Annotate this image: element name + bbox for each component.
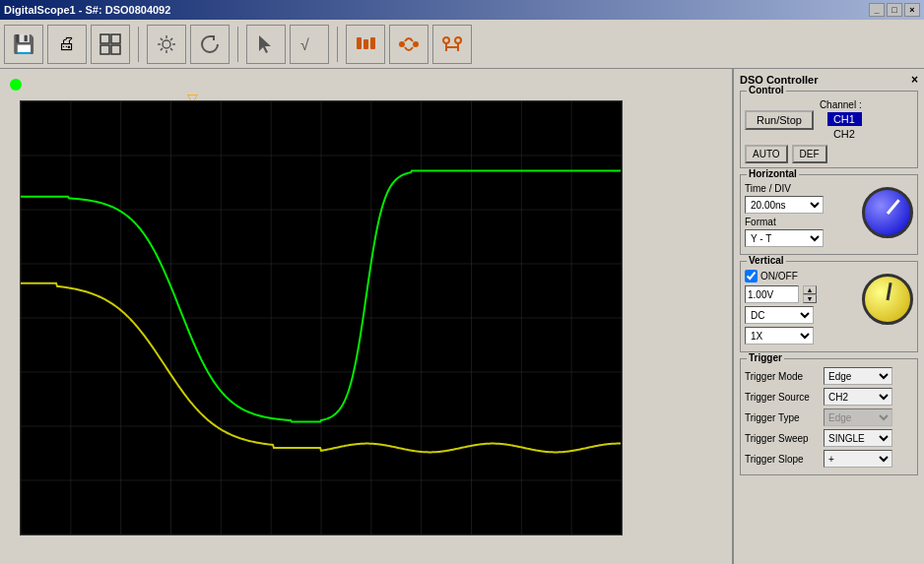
svg-rect-1 (111, 34, 120, 43)
svg-point-13 (443, 37, 449, 43)
horizontal-label: Horizontal (747, 168, 799, 179)
trig-type-select: Edge (824, 408, 892, 426)
trigger-label-section: Trigger (747, 352, 784, 363)
green-status-dot (10, 79, 22, 91)
svg-point-11 (399, 41, 405, 47)
time-div-label: Time / DIV (745, 183, 858, 194)
layout-btn[interactable] (91, 25, 130, 64)
format-row: Y - T X - Y (745, 229, 858, 247)
trig-source-row: Trigger Source CH1 CH2 EXT (745, 388, 913, 406)
refresh-btn[interactable] (190, 25, 230, 64)
trigger-section: Trigger Trigger Mode Edge Pulse Video Sl… (740, 358, 918, 475)
dso-panel: DSO Controller × Control Run/Stop Channe… (732, 69, 924, 564)
vertical-knob[interactable] (862, 274, 913, 325)
svg-rect-0 (100, 34, 109, 43)
trigger-content: Trigger Mode Edge Pulse Video Slope Trig… (745, 367, 913, 468)
trig-mode-select[interactable]: Edge Pulse Video Slope (824, 367, 892, 385)
toolbar: 💾 🖨 √ (0, 20, 924, 69)
extra-btn[interactable] (432, 25, 472, 64)
channel-ch1[interactable]: CH1 (827, 112, 862, 126)
save-btn[interactable]: 💾 (4, 25, 43, 64)
horizontal-content: Time / DIV 20.00ns 5.00ns 10.00ns 50.00n… (745, 183, 913, 250)
trig-type-row: Trigger Type Edge (745, 408, 913, 426)
cursor-btn[interactable] (246, 25, 286, 64)
volt-down-btn[interactable]: ▼ (803, 294, 817, 303)
svg-rect-9 (363, 39, 368, 49)
channel-ch2[interactable]: CH2 (827, 127, 862, 141)
vert-controls: ON/OFF ▲ ▼ DC AC (745, 270, 858, 347)
connect-btn[interactable] (389, 25, 429, 64)
toolbar-sep3 (337, 27, 338, 62)
onoff-row: ON/OFF (745, 270, 858, 282)
channel-area: Channel : CH1 CH2 (820, 99, 862, 141)
coupling-row: DC AC GND (745, 306, 858, 324)
vertical-label: Vertical (747, 255, 786, 266)
volt-input[interactable] (745, 285, 799, 303)
trig-sweep-row: Trigger Sweep AUTO NORMAL SINGLE (745, 429, 913, 447)
svg-point-4 (163, 40, 170, 48)
svg-rect-2 (100, 45, 109, 54)
trig-source-label: Trigger Source (745, 392, 824, 403)
trig-slope-select[interactable]: + - (824, 450, 892, 468)
onoff-label: ON/OFF (760, 271, 798, 282)
volt-spinbox: ▲ ▼ (803, 285, 817, 303)
format-select[interactable]: Y - T X - Y (745, 229, 824, 247)
coupling-select[interactable]: DC AC GND (745, 306, 814, 324)
panel-close-btn[interactable]: × (911, 73, 918, 87)
maximize-btn[interactable]: □ (887, 3, 902, 17)
svg-point-12 (413, 41, 419, 47)
svg-marker-5 (259, 35, 271, 53)
title-bar: DigitalScope1 - S#: DSO0804092 _ □ × (0, 0, 924, 20)
window-title: DigitalScope1 - S#: DSO0804092 (4, 4, 170, 16)
vertical-section: Vertical ON/OFF ▲ ▼ (740, 261, 918, 352)
control-label: Control (747, 85, 786, 95)
probe-select[interactable]: 1X 10X 100X (745, 327, 814, 345)
svg-rect-3 (111, 45, 120, 54)
svg-rect-7 (357, 41, 362, 49)
volt-row: ▲ ▼ (745, 285, 858, 303)
svg-text:√: √ (300, 36, 309, 53)
onoff-checkbox[interactable] (745, 270, 758, 282)
svg-rect-10 (370, 37, 375, 49)
trig-slope-row: Trigger Slope + - (745, 450, 913, 468)
math-btn[interactable]: √ (290, 25, 329, 64)
time-row: 20.00ns 5.00ns 10.00ns 50.00ns 100.00ns (745, 196, 858, 214)
print-btn[interactable]: 🖨 (47, 25, 87, 64)
trig-sweep-select[interactable]: AUTO NORMAL SINGLE (824, 429, 892, 447)
channel-list: CH1 CH2 (827, 112, 862, 141)
trig-mode-row: Trigger Mode Edge Pulse Video Slope (745, 367, 913, 385)
channel-label-text: Channel : (820, 99, 862, 110)
def-btn[interactable]: DEF (792, 145, 827, 163)
horiz-controls: Time / DIV 20.00ns 5.00ns 10.00ns 50.00n… (745, 183, 858, 250)
probe-row: 1X 10X 100X (745, 327, 858, 345)
auto-btn[interactable]: AUTO (745, 145, 788, 163)
svg-rect-8 (357, 37, 362, 42)
oscilloscope-canvas (20, 100, 623, 535)
control-content: Run/Stop Channel : CH1 CH2 AUTO DEF (745, 99, 913, 163)
trig-mode-label: Trigger Mode (745, 371, 824, 382)
toolbar-sep1 (138, 27, 139, 62)
run-stop-btn[interactable]: Run/Stop (745, 110, 814, 130)
trig-slope-label: Trigger Slope (745, 454, 824, 465)
horizontal-knob[interactable] (862, 187, 913, 238)
settings-btn[interactable] (147, 25, 186, 64)
control-section: Control Run/Stop Channel : CH1 CH2 AUTO … (740, 91, 918, 168)
vertical-content: ON/OFF ▲ ▼ DC AC (745, 270, 913, 347)
minimize-btn[interactable]: _ (869, 3, 885, 17)
trig-sweep-label: Trigger Sweep (745, 433, 824, 444)
tools-btn[interactable] (346, 25, 385, 64)
time-select[interactable]: 20.00ns 5.00ns 10.00ns 50.00ns 100.00ns (745, 196, 824, 214)
svg-point-14 (455, 37, 461, 43)
main-area: ▽ 2▶ ◀ DSO Controller × Control Run/Stop… (0, 69, 924, 564)
close-btn-window[interactable]: × (904, 3, 920, 17)
toolbar-sep2 (237, 27, 238, 62)
trig-type-label: Trigger Type (745, 412, 824, 423)
trig-source-select[interactable]: CH1 CH2 EXT (824, 388, 892, 406)
volt-up-btn[interactable]: ▲ (803, 285, 817, 294)
format-label: Format (745, 217, 858, 227)
horizontal-section: Horizontal Time / DIV 20.00ns 5.00ns 10.… (740, 174, 918, 255)
scope-area: ▽ 2▶ ◀ (0, 69, 732, 564)
window-controls: _ □ × (869, 3, 920, 17)
